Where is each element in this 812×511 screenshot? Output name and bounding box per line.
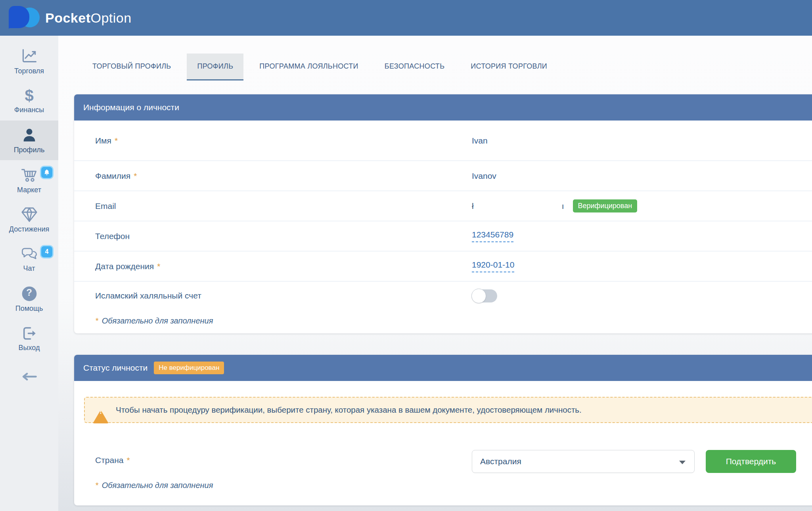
form-row-phone: Телефон 123456789	[74, 221, 812, 251]
help-icon: ?	[21, 285, 38, 302]
sidebar-item-finances[interactable]: $ Финансы	[0, 81, 58, 121]
verification-warning-text: Чтобы начать процедуру верификации, выбе…	[116, 405, 582, 415]
user-icon	[21, 127, 38, 144]
logout-icon	[21, 325, 38, 341]
identity-status-card: Статус личности Не верифицирован ! Чтобы…	[74, 355, 812, 505]
tab-trading-history[interactable]: ИСТОРИЯ ТОРГОВЛИ	[460, 54, 557, 80]
chevron-down-icon	[679, 461, 686, 464]
warning-triangle-icon: !	[93, 403, 109, 417]
chat-icon	[20, 246, 38, 262]
required-asterisk: *	[126, 455, 130, 465]
sidebar-item-label: Профиль	[14, 146, 45, 154]
not-verified-badge: Не верифицирован	[154, 362, 224, 374]
personal-info-title: Информация о личности	[83, 103, 179, 112]
brand-name-light: Option	[91, 10, 132, 25]
phone-label: Телефон	[74, 232, 130, 241]
country-label: Страна *	[95, 455, 130, 465]
confirm-button[interactable]: Подтвердить	[706, 450, 796, 473]
form-row-email: Email ł ı Верифицирован	[74, 191, 812, 221]
sidebar-item-label: Чат	[23, 264, 35, 273]
required-asterisk: *	[115, 136, 118, 145]
birth-date-value-editable[interactable]: 1920-01-10	[472, 260, 514, 272]
sidebar-collapse-button[interactable]	[0, 366, 58, 389]
personal-info-card: Информация о личности Имя * Ivan Фамилия…	[74, 94, 812, 333]
profile-tabs: ТОРГОВЫЙ ПРОФИЛЬ ПРОФИЛЬ ПРОГРАММА ЛОЯЛЬ…	[82, 54, 563, 80]
dollar-icon: $	[25, 88, 33, 103]
toggle-knob	[471, 289, 486, 303]
main-content: ТОРГОВЫЙ ПРОФИЛЬ ПРОФИЛЬ ПРОГРАММА ЛОЯЛЬ…	[58, 36, 812, 511]
notification-bell-badge	[40, 166, 54, 179]
sidebar-nav: Торговля $ Финансы Профиль	[0, 36, 58, 511]
sidebar-item-label: Маркет	[17, 186, 41, 194]
sidebar-item-help[interactable]: ? Помощь	[0, 279, 58, 319]
personal-info-header: Информация о личности	[74, 94, 812, 121]
brand-name: PocketOption	[45, 10, 132, 26]
verification-warning-box: ! Чтобы начать процедуру верификации, вы…	[84, 397, 812, 423]
last-name-label: Фамилия *	[74, 171, 137, 181]
required-note-text: Обязательно для заполнения	[102, 316, 213, 325]
required-note: * Обязательно для заполнения	[74, 310, 812, 333]
top-header: PocketOption	[0, 0, 812, 36]
pocketoption-logo[interactable]: PocketOption	[9, 6, 132, 30]
chart-line-icon	[21, 47, 38, 65]
warning-exclamation-glyph: !	[93, 407, 109, 416]
tab-profile[interactable]: ПРОФИЛЬ	[187, 54, 243, 80]
sidebar-item-label: Торговля	[14, 67, 44, 75]
question-mark-glyph: ?	[21, 287, 38, 298]
identity-status-title: Статус личности	[83, 363, 147, 373]
required-asterisk: *	[157, 262, 160, 271]
email-verified-badge: Верифицирован	[573, 199, 638, 212]
country-select[interactable]: Австралия	[472, 450, 695, 473]
sidebar-item-logout[interactable]: Выход	[0, 319, 58, 358]
sidebar-item-label: Достижения	[9, 225, 50, 233]
required-asterisk: *	[95, 316, 98, 325]
last-name-value: Ivanov	[472, 171, 496, 181]
left-arrow-icon	[21, 373, 38, 382]
identity-status-header: Статус личности Не верифицирован	[74, 355, 812, 381]
sidebar-item-label: Выход	[19, 344, 40, 352]
cart-icon	[20, 166, 38, 184]
phone-value-editable[interactable]: 123456789	[472, 230, 513, 242]
first-name-label: Имя *	[74, 136, 118, 145]
form-row-birth-date: Дата рождения * 1920-01-10	[74, 251, 812, 281]
email-value: ł ı Верифицирован	[472, 199, 637, 212]
required-note: * Обязательно для заполнения	[74, 481, 213, 498]
pocketoption-logo-icon	[9, 6, 40, 30]
sidebar-item-label: Финансы	[14, 106, 44, 114]
country-row: Страна * Австралия Подтвердить	[74, 450, 812, 474]
tab-loyalty-program[interactable]: ПРОГРАММА ЛОЯЛЬНОСТИ	[249, 54, 368, 80]
islamic-account-toggle[interactable]	[472, 289, 497, 302]
required-asterisk: *	[134, 171, 137, 181]
first-name-value: Ivan	[472, 136, 488, 145]
email-redacted-end: ı	[562, 201, 564, 211]
email-label: Email	[74, 201, 116, 211]
required-asterisk: *	[95, 481, 98, 490]
sidebar-item-label: Помощь	[15, 304, 43, 313]
form-row-islamic-account: Исламский халяльный счет	[74, 281, 812, 310]
sidebar-item-profile[interactable]: Профиль	[0, 121, 58, 160]
islamic-account-label: Исламский халяльный счет	[74, 291, 201, 300]
required-note-text: Обязательно для заполнения	[102, 481, 213, 490]
sidebar-item-achievements[interactable]: Достижения	[0, 200, 58, 239]
personal-info-rows: Имя * Ivan Фамилия * Ivanov Email ł	[74, 121, 812, 333]
brand-name-bold: Pocket	[45, 10, 91, 25]
email-redacted-start: ł	[472, 201, 474, 211]
bell-icon	[43, 169, 50, 176]
country-selected-value: Австралия	[480, 457, 521, 466]
chat-count-badge: 4	[40, 245, 54, 258]
form-row-first-name: Имя * Ivan	[74, 121, 812, 161]
tab-security[interactable]: БЕЗОПАСНОСТЬ	[374, 54, 455, 80]
birth-date-label: Дата рождения *	[74, 262, 160, 271]
tab-trading-profile[interactable]: ТОРГОВЫЙ ПРОФИЛЬ	[82, 54, 181, 80]
diamond-icon	[20, 206, 38, 223]
sidebar-item-trading[interactable]: Торговля	[0, 41, 58, 81]
sidebar-item-market[interactable]: Маркет	[0, 160, 58, 200]
sidebar-item-chat[interactable]: 4 Чат	[0, 239, 58, 279]
form-row-last-name: Фамилия * Ivanov	[74, 161, 812, 191]
